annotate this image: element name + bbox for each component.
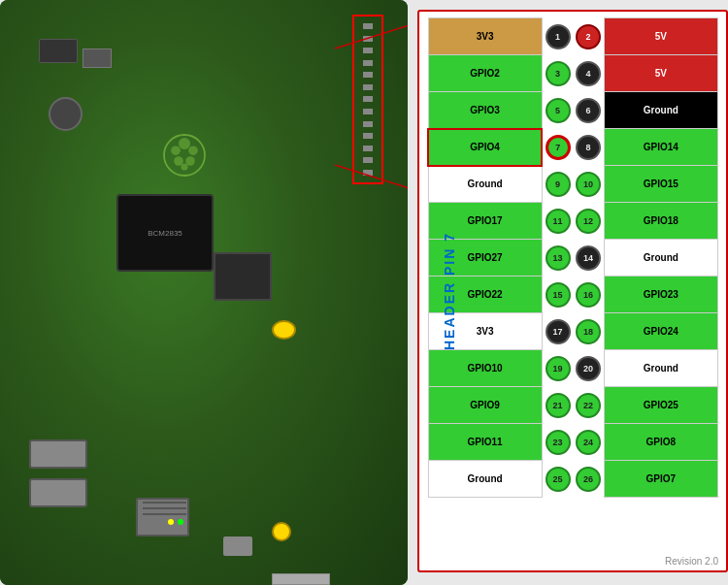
header-title-label: HEADER PIN 7 bbox=[442, 232, 457, 350]
pin-circle-right-2: 6 bbox=[573, 92, 604, 129]
pin-row-7: GPIO221516GPIO23 bbox=[428, 276, 718, 313]
pin-circle-left-4: 9 bbox=[542, 166, 573, 203]
pin-row-0: 3V3125V bbox=[428, 18, 718, 55]
pin-row-12: Ground2526GPIO7 bbox=[428, 461, 718, 498]
pin-label-left-4: Ground bbox=[428, 166, 542, 203]
pin-circle-left-12: 25 bbox=[542, 461, 573, 498]
pin-label-left-1: GPIO2 bbox=[428, 55, 542, 92]
pin-circle-left-8: 17 bbox=[542, 313, 573, 350]
svg-point-1 bbox=[179, 138, 190, 149]
pin-label-right-3: GPIO14 bbox=[604, 129, 717, 166]
pin-circle-right-9: 20 bbox=[573, 350, 604, 387]
pin-label-left-12: Ground bbox=[428, 461, 542, 498]
pin-label-left-2: GPIO3 bbox=[428, 92, 542, 129]
pin-circle-left-0: 1 bbox=[542, 18, 573, 55]
chip-small bbox=[83, 49, 112, 68]
pin-circle-right-3: 8 bbox=[573, 129, 604, 166]
usb-port-1 bbox=[29, 478, 87, 507]
pin-circle-right-0: 2 bbox=[573, 18, 604, 55]
pin-circle-right-6: 14 bbox=[573, 240, 604, 276]
hdmi-port bbox=[223, 536, 252, 556]
svg-point-6 bbox=[181, 163, 187, 170]
pin-circle-left-5: 11 bbox=[542, 203, 573, 240]
pin-label-left-11: GPIO11 bbox=[428, 424, 542, 461]
pin-circle-right-4: 10 bbox=[573, 166, 604, 203]
pin-circle-left-11: 23 bbox=[542, 424, 573, 461]
pin-row-9: GPIO101920Ground bbox=[428, 350, 718, 387]
usb-port-2 bbox=[29, 439, 87, 469]
svg-point-2 bbox=[171, 146, 181, 155]
pin-circle-right-10: 22 bbox=[573, 387, 604, 424]
pin-label-right-2: Ground bbox=[604, 92, 717, 129]
pin-label-right-6: Ground bbox=[604, 240, 717, 276]
pin-circle-left-3: 7 bbox=[542, 129, 573, 166]
svg-point-3 bbox=[188, 146, 198, 155]
main-chip bbox=[116, 194, 214, 272]
pin-label-right-1: 5V bbox=[604, 55, 717, 92]
pin-label-right-9: Ground bbox=[604, 350, 717, 387]
header-diagram-container: HEADER PIN 7 3V3125VGPIO2345VGPIO356Grou… bbox=[388, 10, 728, 572]
pin-label-left-9: GPIO10 bbox=[428, 350, 542, 387]
usb-controller bbox=[39, 39, 78, 63]
pin-label-left-3: GPIO4 bbox=[428, 129, 542, 166]
composite-out bbox=[272, 320, 296, 340]
svg-point-4 bbox=[174, 156, 183, 166]
pin-label-right-12: GPIO7 bbox=[604, 461, 717, 498]
audio-jack bbox=[272, 522, 291, 541]
pin-circle-right-11: 24 bbox=[573, 424, 604, 461]
pin-circle-left-9: 19 bbox=[542, 350, 573, 387]
pin-circle-right-8: 18 bbox=[573, 313, 604, 350]
ethernet-port bbox=[136, 498, 189, 536]
pin-row-11: GPIO112324GPIO8 bbox=[428, 424, 718, 461]
pin-circle-right-12: 26 bbox=[573, 461, 604, 498]
pin-circle-right-5: 12 bbox=[573, 203, 604, 240]
pin-circle-left-6: 13 bbox=[542, 240, 573, 276]
memory-chip bbox=[214, 252, 272, 301]
pin-row-6: GPIO271314Ground bbox=[428, 240, 718, 276]
pin-circle-left-1: 3 bbox=[542, 55, 573, 92]
pin-label-right-11: GPIO8 bbox=[604, 424, 717, 461]
pin-label-right-7: GPIO23 bbox=[604, 276, 717, 313]
pin-table: 3V3125VGPIO2345VGPIO356GroundGPIO478GPIO… bbox=[427, 17, 718, 498]
revision-label: Revision 2.0 bbox=[665, 556, 718, 567]
pin-label-right-0: 5V bbox=[604, 18, 717, 55]
pin-circle-left-7: 15 bbox=[542, 276, 573, 313]
pin-label-left-0: 3V3 bbox=[428, 18, 542, 55]
pin-label-right-4: GPIO15 bbox=[604, 166, 717, 203]
pin-label-left-10: GPIO9 bbox=[428, 387, 542, 424]
capacitor bbox=[49, 97, 83, 131]
pin-row-1: GPIO2345V bbox=[428, 55, 718, 92]
pin-row-3: GPIO478GPIO14 bbox=[428, 129, 718, 166]
pin-row-2: GPIO356Ground bbox=[428, 92, 718, 129]
sdcard-slot bbox=[272, 573, 330, 585]
pin-row-8: 3V31718GPIO24 bbox=[428, 313, 718, 350]
pin-circle-left-10: 21 bbox=[542, 387, 573, 424]
pin-circle-right-7: 16 bbox=[573, 276, 604, 313]
pin-row-10: GPIO92122GPIO25 bbox=[428, 387, 718, 424]
pin-label-right-5: GPIO18 bbox=[604, 203, 717, 240]
pin-circle-right-1: 4 bbox=[573, 55, 604, 92]
raspberry-pi-board bbox=[0, 0, 408, 585]
pin-label-right-10: GPIO25 bbox=[604, 387, 717, 424]
raspberry-logo bbox=[155, 126, 214, 184]
pin-label-right-8: GPIO24 bbox=[604, 313, 717, 350]
pin-circle-left-2: 5 bbox=[542, 92, 573, 129]
header-pin-diagram: 3V3125VGPIO2345VGPIO356GroundGPIO478GPIO… bbox=[417, 10, 728, 572]
svg-point-5 bbox=[185, 156, 195, 166]
pin-row-5: GPIO171112GPIO18 bbox=[428, 203, 718, 240]
pin-row-4: Ground910GPIO15 bbox=[428, 166, 718, 203]
